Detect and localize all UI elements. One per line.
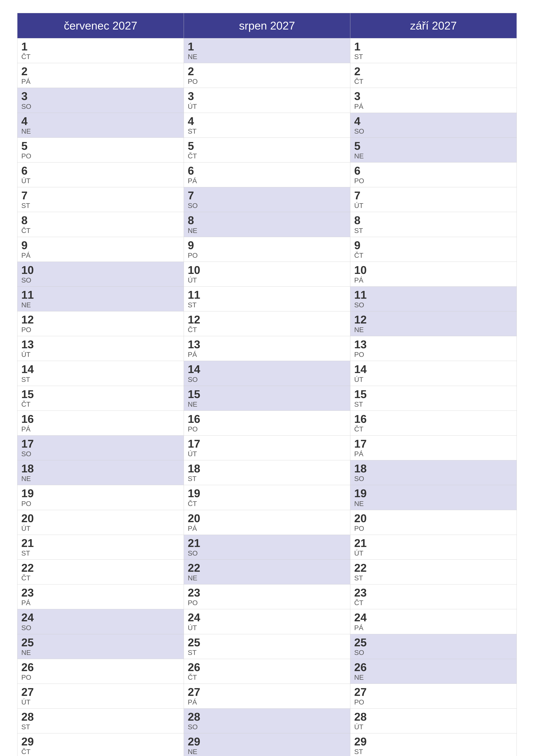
day-number: 2 — [21, 65, 180, 78]
day-number: 14 — [354, 363, 513, 375]
day-name: PÁ — [21, 252, 180, 259]
day-name: ČT — [21, 574, 180, 582]
day-number: 23 — [354, 587, 513, 599]
day-number: 26 — [21, 661, 180, 673]
day-number: 9 — [354, 239, 513, 252]
calendar-row: 18NE18ST18SO — [17, 460, 517, 485]
day-number: 4 — [354, 115, 513, 127]
day-cell: 14ST — [17, 361, 184, 386]
month-header-aug: srpen 2027 — [184, 13, 350, 39]
day-name: SO — [354, 649, 513, 657]
day-cell: 25SO — [350, 634, 517, 659]
day-name: SO — [188, 202, 346, 210]
day-cell: 15NE — [184, 386, 350, 411]
day-number: 29 — [354, 736, 513, 748]
day-cell: 5PO — [17, 138, 184, 162]
calendar-row: 14ST14SO14ÚT — [17, 361, 517, 386]
day-number: 25 — [188, 636, 346, 649]
day-number: 16 — [188, 413, 346, 425]
day-name: ČT — [188, 673, 346, 682]
day-number: 18 — [188, 463, 346, 475]
day-cell: 1ST — [350, 39, 517, 63]
day-cell: 24SO — [17, 609, 184, 634]
day-name: ČT — [21, 748, 180, 756]
day-number: 18 — [354, 463, 513, 475]
day-number: 1 — [21, 40, 180, 53]
calendar-row: 10SO10ÚT10PÁ — [17, 262, 517, 286]
calendar-row: 25NE25ST25SO — [17, 634, 517, 659]
day-number: 9 — [21, 239, 180, 252]
day-cell: 9PÁ — [17, 237, 184, 262]
day-name: NE — [188, 400, 346, 408]
day-name: PÁ — [188, 698, 346, 706]
day-name: NE — [188, 227, 346, 235]
calendar-row: 24SO24ÚT24PÁ — [17, 609, 517, 634]
day-number: 1 — [188, 40, 346, 53]
day-cell: 15ST — [350, 386, 517, 411]
day-name: PO — [21, 673, 180, 682]
day-cell: 6PO — [350, 162, 517, 187]
day-name: SO — [354, 301, 513, 309]
day-number: 17 — [354, 438, 513, 450]
day-name: SO — [188, 723, 346, 731]
day-cell: 10PÁ — [350, 262, 517, 286]
day-number: 11 — [21, 289, 180, 301]
day-name: ÚT — [354, 376, 513, 384]
day-cell: 28ÚT — [350, 709, 517, 733]
day-name: PÁ — [188, 177, 346, 185]
day-number: 29 — [21, 736, 180, 748]
day-number: 10 — [188, 264, 346, 276]
day-number: 27 — [21, 686, 180, 698]
day-cell: 29NE — [184, 733, 350, 756]
day-name: SO — [21, 103, 180, 111]
day-cell: 14ÚT — [350, 361, 517, 386]
day-number: 15 — [188, 388, 346, 400]
day-cell: 21SO — [184, 535, 350, 559]
day-number: 3 — [354, 90, 513, 102]
day-number: 16 — [21, 413, 180, 425]
day-name: PO — [188, 425, 346, 433]
day-number: 3 — [188, 90, 346, 102]
day-cell: 14SO — [184, 361, 350, 386]
day-name: ST — [354, 227, 513, 235]
day-name: PÁ — [21, 78, 180, 86]
day-number: 24 — [354, 611, 513, 624]
day-name: SO — [354, 127, 513, 135]
day-name: ČT — [354, 425, 513, 433]
day-cell: 25ST — [184, 634, 350, 659]
day-number: 20 — [21, 512, 180, 525]
day-number: 4 — [21, 115, 180, 127]
day-cell: 19ČT — [184, 485, 350, 510]
day-number: 22 — [354, 562, 513, 574]
day-cell: 10ÚT — [184, 262, 350, 286]
day-cell: 2ČT — [350, 63, 517, 88]
day-number: 21 — [188, 537, 346, 549]
day-number: 4 — [188, 115, 346, 127]
day-number: 15 — [354, 388, 513, 400]
day-name: ÚT — [188, 276, 346, 284]
day-cell: 20PO — [350, 510, 517, 535]
day-name: ÚT — [354, 202, 513, 210]
day-number: 27 — [188, 686, 346, 698]
day-number: 18 — [21, 463, 180, 475]
calendar-row: 22ČT22NE22ST — [17, 559, 517, 584]
calendar-row: 12PO12ČT12NE — [17, 311, 517, 336]
day-number: 11 — [354, 289, 513, 301]
day-cell: 26PO — [17, 659, 184, 684]
day-name: PO — [21, 326, 180, 334]
day-cell: 12ČT — [184, 311, 350, 336]
day-cell: 21ST — [17, 535, 184, 559]
day-name: PO — [354, 525, 513, 532]
day-name: PÁ — [354, 103, 513, 111]
day-name: ST — [21, 376, 180, 384]
day-number: 23 — [21, 587, 180, 599]
day-cell: 16PO — [184, 411, 350, 435]
day-number: 17 — [188, 438, 346, 450]
day-cell: 11NE — [17, 286, 184, 311]
day-name: PO — [354, 351, 513, 359]
day-name: ČT — [188, 152, 346, 160]
day-number: 27 — [354, 686, 513, 698]
calendar-row: 13ÚT13PÁ13PO — [17, 336, 517, 361]
day-name: NE — [354, 326, 513, 334]
day-cell: 24PÁ — [350, 609, 517, 634]
